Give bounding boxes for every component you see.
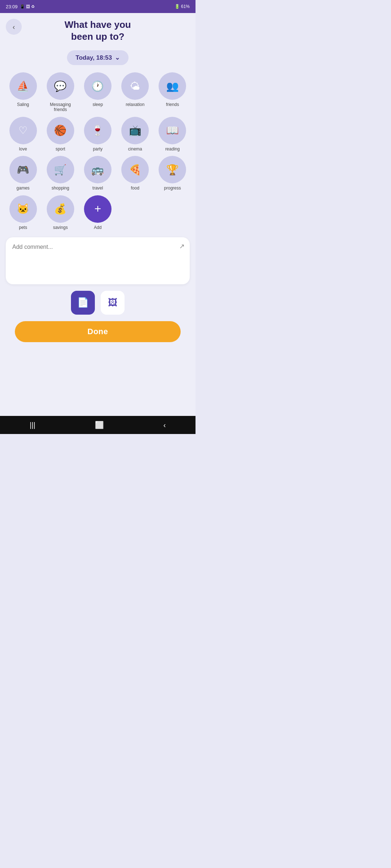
activity-circle-relaxation: 🌤 — [121, 72, 149, 100]
activity-item-food[interactable]: 🍕food — [118, 156, 152, 191]
header-row: ‹ What have you been up to? — [6, 19, 190, 42]
back-icon: ‹ — [13, 23, 15, 31]
activity-label-progress: progress — [164, 186, 181, 191]
activity-label-reading: reading — [165, 146, 180, 152]
main-content: ‹ What have you been up to? Today, 18:53… — [0, 13, 196, 416]
activity-item-party[interactable]: 🍷party — [80, 117, 115, 152]
activity-circle-messaging: 💬 — [47, 72, 74, 100]
activity-circle-cinema: 📺 — [121, 117, 149, 144]
activity-item-cinema[interactable]: 📺cinema — [118, 117, 152, 152]
file-button[interactable]: 📄 — [71, 291, 95, 315]
image-button[interactable]: 🖼 — [101, 291, 125, 315]
activity-circle-savings: 💰 — [47, 195, 74, 223]
activity-item-reading[interactable]: 📖reading — [155, 117, 190, 152]
nav-back-icon[interactable]: ‹ — [163, 421, 166, 429]
activity-label-cinema: cinema — [128, 146, 142, 152]
activity-label-party: party — [93, 146, 103, 152]
activity-grid: ⛵Saling💬Messaging friends🕐sleep🌤relaxati… — [6, 72, 190, 230]
activity-circle-friends: 👥 — [159, 72, 186, 100]
activity-circle-love: ♡ — [9, 117, 37, 144]
activity-item-sleep[interactable]: 🕐sleep — [80, 72, 115, 112]
activity-circle-add: + — [84, 195, 112, 223]
nav-home-icon[interactable]: ⬜ — [95, 421, 104, 429]
status-icons: 📱 🖼 ♻ — [20, 4, 35, 9]
activity-label-pets: pets — [19, 225, 27, 230]
expand-icon[interactable]: ↗ — [179, 242, 185, 250]
comment-section: ↗ — [6, 237, 190, 284]
activity-item-shopping[interactable]: 🛒shopping — [43, 156, 77, 191]
activity-label-travel: travel — [92, 186, 103, 191]
status-left: 23:09 📱 🖼 ♻ — [6, 4, 35, 9]
activity-label-friends: friends — [166, 102, 179, 107]
activity-circle-sleep: 🕐 — [84, 72, 112, 100]
activity-label-shopping: shopping — [51, 186, 69, 191]
activity-label-add: Add — [94, 225, 101, 230]
activity-label-relaxation: relaxation — [126, 102, 144, 107]
activity-circle-progress: 🏆 — [159, 156, 186, 183]
status-battery: 🔋 61% — [175, 4, 190, 9]
activity-item-saling[interactable]: ⛵Saling — [6, 72, 40, 112]
action-buttons: 📄 🖼 — [71, 291, 125, 315]
file-icon: 📄 — [77, 297, 89, 308]
activity-label-messaging: Messaging friends — [43, 102, 77, 112]
done-button[interactable]: Done — [15, 321, 180, 342]
activity-label-sleep: sleep — [93, 102, 103, 107]
activity-item-sport[interactable]: 🏀sport — [43, 117, 77, 152]
comment-input[interactable] — [12, 244, 183, 276]
activity-label-savings: savings — [53, 225, 68, 230]
nav-bar: ||| ⬜ ‹ — [0, 416, 196, 434]
activity-item-pets[interactable]: 🐱pets — [6, 195, 40, 230]
activity-circle-sport: 🏀 — [47, 117, 74, 144]
activity-item-messaging[interactable]: 💬Messaging friends — [43, 72, 77, 112]
activity-circle-food: 🍕 — [121, 156, 149, 183]
activity-item-add[interactable]: +Add — [80, 195, 115, 230]
activity-item-love[interactable]: ♡love — [6, 117, 40, 152]
page-title: What have you been up to? — [22, 19, 174, 42]
status-bar: 23:09 📱 🖼 ♻ 🔋 61% — [0, 0, 196, 13]
status-right: 🔋 61% — [175, 4, 190, 9]
activity-label-saling: Saling — [17, 102, 29, 107]
activity-label-sport: sport — [55, 146, 65, 152]
activity-label-love: love — [19, 146, 27, 152]
activity-circle-party: 🍷 — [84, 117, 112, 144]
activity-circle-reading: 📖 — [159, 117, 186, 144]
activity-item-games[interactable]: 🎮games — [6, 156, 40, 191]
activity-circle-games: 🎮 — [9, 156, 37, 183]
activity-label-food: food — [131, 186, 139, 191]
chevron-down-icon: ⌄ — [115, 54, 120, 61]
activity-circle-pets: 🐱 — [9, 195, 37, 223]
activity-item-relaxation[interactable]: 🌤relaxation — [118, 72, 152, 112]
date-badge[interactable]: Today, 18:53 ⌄ — [67, 50, 129, 65]
activity-item-savings[interactable]: 💰savings — [43, 195, 77, 230]
date-label: Today, 18:53 — [76, 54, 112, 61]
activity-item-travel[interactable]: 🚌travel — [80, 156, 115, 191]
activity-label-games: games — [17, 186, 30, 191]
back-button[interactable]: ‹ — [6, 19, 22, 35]
activity-item-progress[interactable]: 🏆progress — [155, 156, 190, 191]
nav-menu-icon[interactable]: ||| — [30, 421, 35, 429]
activity-item-friends[interactable]: 👥friends — [155, 72, 190, 112]
activity-circle-shopping: 🛒 — [47, 156, 74, 183]
image-icon: 🖼 — [108, 297, 117, 308]
status-time: 23:09 — [6, 4, 18, 9]
activity-circle-saling: ⛵ — [9, 72, 37, 100]
activity-circle-travel: 🚌 — [84, 156, 112, 183]
